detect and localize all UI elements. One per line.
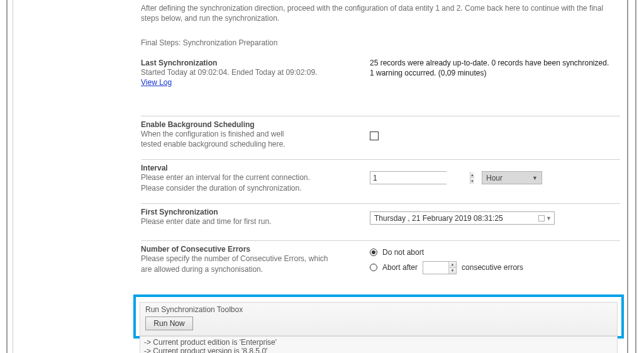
interval-value-spinbox[interactable]: ▲ ▼ <box>370 171 447 184</box>
abort-after-input[interactable] <box>423 262 448 274</box>
section-last-sync: Last Synchronization Started Today at 09… <box>132 47 629 88</box>
spin-down-icon[interactable]: ▼ <box>449 268 456 274</box>
radio-do-not-abort-label: Do not abort <box>382 248 424 257</box>
chevron-down-icon: ▼ <box>546 215 552 221</box>
interval-unit-label: Hour <box>486 174 502 182</box>
radio-do-not-abort[interactable] <box>370 249 377 256</box>
section-interval: Interval Please enter an interval for th… <box>132 160 629 194</box>
interval-subtitle-2: Please consider the duration of synchron… <box>141 184 620 194</box>
content-area: After defining the synchronization direc… <box>132 0 629 279</box>
calendar-icon <box>538 215 545 221</box>
first-sync-datetime-picker[interactable]: Thursday , 21 February 2019 08:31:25 ▼ <box>370 211 555 225</box>
section-consecutive-errors: Number of Consecutive Errors Please spec… <box>132 241 629 279</box>
bg-scheduling-subtitle: When the configuration is finished and w… <box>141 130 304 149</box>
abort-after-spinbox[interactable]: ▲ ▼ <box>423 261 457 274</box>
radio-abort-after[interactable] <box>370 264 377 271</box>
interval-value-input[interactable] <box>370 172 470 184</box>
datetime-dropdown-button[interactable]: ▼ <box>537 215 553 221</box>
last-sync-status: 25 records were already up-to-date. 0 re… <box>370 59 615 79</box>
frame-border <box>635 0 636 353</box>
chevron-down-icon: ▼ <box>532 175 538 181</box>
section-bg-scheduling: Enable Background Scheduling When the co… <box>132 116 629 150</box>
log-output: -> Current product edition is 'Enterpris… <box>140 336 618 353</box>
spin-up-icon[interactable]: ▲ <box>449 262 456 268</box>
page-root: After defining the synchronization direc… <box>0 0 644 353</box>
spin-down-icon[interactable]: ▼ <box>470 178 474 184</box>
log-line: -> Current product version is '8.8.5.0' <box>144 347 613 353</box>
intro-text: After defining the synchronization direc… <box>132 0 629 23</box>
log-line: -> Current product edition is 'Enterpris… <box>144 338 613 347</box>
run-toolbox-title: Run Synchronization Toolbox <box>145 305 612 314</box>
radio-abort-after-label-suffix: consecutive errors <box>462 263 523 272</box>
bg-scheduling-title: Enable Background Scheduling <box>141 120 620 129</box>
frame-border <box>13 0 13 353</box>
interval-unit-combo[interactable]: Hour ▼ <box>482 171 542 184</box>
final-steps-heading: Final Steps: Synchronization Preparation <box>132 23 629 47</box>
view-log-link[interactable]: View Log <box>141 78 172 87</box>
frame-border <box>6 0 8 353</box>
bg-scheduling-checkbox[interactable] <box>370 132 379 140</box>
section-first-sync: First Synchronization Please enter date … <box>132 204 629 232</box>
run-toolbox-group: Run Synchronization Toolbox Run Now <box>140 302 618 336</box>
first-sync-datetime-value: Thursday , 21 February 2019 08:31:25 <box>374 214 503 223</box>
spin-up-icon[interactable]: ▲ <box>470 172 474 178</box>
radio-abort-after-label-prefix: Abort after <box>382 263 418 272</box>
run-now-button[interactable]: Run Now <box>145 317 193 330</box>
